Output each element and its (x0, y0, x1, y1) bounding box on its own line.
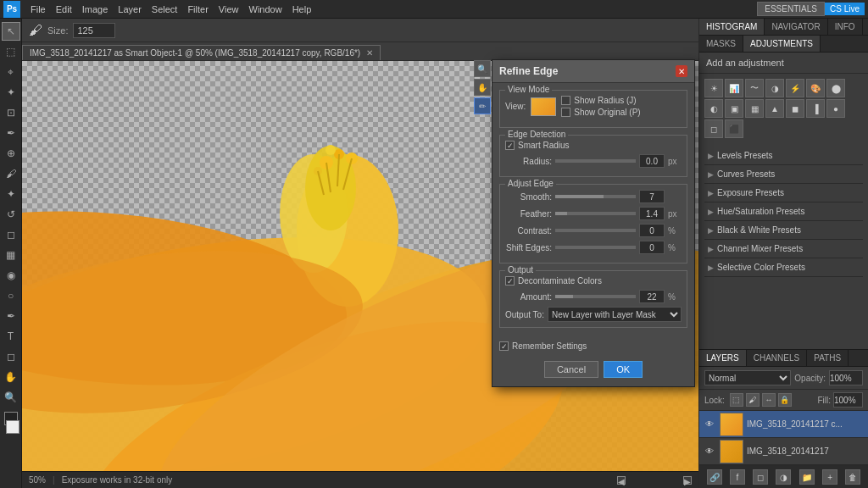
tab-close-button[interactable]: ✕ (366, 48, 373, 58)
hand-tool-dialog[interactable]: ✋ (474, 79, 491, 96)
threshold-icon[interactable]: ◼ (786, 99, 804, 118)
pen-tool[interactable]: ✒ (2, 307, 20, 325)
document-tab[interactable]: IMG_3518_20141217 as Smart Object-1 @ 50… (22, 45, 381, 60)
lock-transparent-btn[interactable]: ⬚ (730, 393, 743, 407)
show-original-row[interactable]: Show Original (P) (561, 108, 640, 117)
preset-channel-mixer[interactable]: ▶Channel Mixer Presets (704, 240, 863, 258)
remember-settings-row[interactable]: Remember Settings (499, 341, 687, 351)
text-tool[interactable]: T (2, 327, 20, 346)
channel-mixer-icon[interactable]: ▦ (745, 99, 764, 118)
menu-view[interactable]: View (214, 3, 244, 16)
eyedropper-tool[interactable]: ✒ (2, 124, 20, 142)
layer-group-btn[interactable]: 📁 (799, 469, 815, 485)
bw-icon[interactable]: ◐ (704, 99, 723, 118)
layer-visibility-0[interactable]: 👁 (703, 419, 716, 429)
menu-filter[interactable]: Filter (182, 3, 213, 16)
preset-curves[interactable]: ▶Curves Presets (704, 165, 863, 184)
smart-radius-checkbox[interactable] (505, 141, 515, 150)
feather-slider[interactable] (555, 212, 636, 215)
shape-tool[interactable]: ◻ (2, 347, 20, 366)
preset-hue-sat[interactable]: ▶Hue/Saturation Presets (704, 202, 863, 221)
layer-adj-btn[interactable]: ◑ (776, 469, 791, 485)
posterize-icon[interactable]: ▲ (765, 99, 784, 118)
fill-input[interactable] (833, 392, 863, 408)
move-tool[interactable]: ↖ (2, 22, 20, 41)
channels-tab[interactable]: CHANNELS (747, 350, 807, 366)
layer-new-btn[interactable]: + (822, 469, 837, 485)
vibrance-icon[interactable]: ⚡ (786, 79, 804, 97)
zoom-tool-dialog[interactable]: 🔍 (474, 60, 491, 77)
decontaminate-row[interactable]: Decontaminate Colors (505, 276, 682, 286)
contrast-slider[interactable] (555, 229, 636, 232)
refine-tool-dialog[interactable]: ✏ (474, 97, 491, 114)
info-tab[interactable]: INFO (828, 19, 863, 35)
decontaminate-checkbox[interactable] (505, 276, 515, 286)
shift-edges-value[interactable] (639, 241, 665, 254)
zoom-tool[interactable]: 🔍 (2, 388, 20, 407)
layer-visibility-1[interactable]: 👁 (703, 446, 716, 456)
ok-button[interactable]: OK (604, 361, 643, 378)
menu-select[interactable]: Select (147, 3, 183, 16)
smooth-slider[interactable] (555, 195, 636, 198)
menu-image[interactable]: Image (77, 3, 114, 16)
layer-style-btn[interactable]: f (730, 469, 745, 485)
hue-sat-icon[interactable]: 🎨 (806, 79, 825, 97)
layers-tab[interactable]: LAYERS (699, 350, 747, 366)
opacity-input[interactable] (829, 370, 863, 385)
menu-layer[interactable]: Layer (113, 3, 147, 16)
eraser-tool[interactable]: ◻ (2, 225, 20, 244)
show-radius-checkbox[interactable] (561, 96, 570, 105)
contrast-value[interactable] (639, 224, 665, 237)
solid-color-icon[interactable]: ⬛ (725, 119, 743, 138)
layer-mask-btn[interactable]: ◻ (753, 469, 768, 485)
cancel-button[interactable]: Cancel (544, 361, 598, 378)
amount-slider[interactable] (555, 295, 636, 298)
show-original-checkbox[interactable] (561, 108, 570, 117)
histogram-tab[interactable]: HISTOGRAM (699, 19, 765, 35)
levels-icon[interactable]: 📊 (725, 79, 743, 97)
essentials-button[interactable]: ESSENTIALS (757, 2, 825, 16)
brush-tool[interactable]: 🖌 (2, 164, 20, 183)
adjustments-tab[interactable]: ADJUSTMENTS (743, 36, 821, 52)
dialog-close-button[interactable]: ✕ (676, 65, 687, 77)
scroll-right[interactable]: ▶ (683, 476, 692, 485)
cs-live-button[interactable]: CS Live (825, 3, 865, 15)
masks-tab[interactable]: MASKS (699, 36, 743, 52)
layer-row-0[interactable]: 👁 IMG_3518_20141217 c... (699, 411, 868, 438)
blend-mode-select[interactable]: Normal (704, 370, 791, 385)
hand-tool[interactable]: ✋ (2, 368, 20, 386)
amount-value[interactable] (639, 290, 665, 303)
brush-tool-icon[interactable]: 🖌 (29, 23, 42, 38)
menu-window[interactable]: Window (244, 3, 287, 16)
selection-tool[interactable]: ⬚ (2, 42, 20, 61)
lock-paint-btn[interactable]: 🖌 (746, 393, 760, 407)
lock-move-btn[interactable]: ↔ (762, 393, 776, 407)
dodge-tool[interactable]: ○ (2, 286, 20, 305)
brightness-icon[interactable]: ☀ (704, 79, 723, 97)
feather-value[interactable] (639, 207, 665, 220)
navigator-tab[interactable]: NAVIGATOR (765, 19, 827, 35)
color-balance-icon[interactable]: ⬤ (826, 79, 845, 97)
lock-all-btn[interactable]: 🔒 (778, 393, 792, 407)
smooth-value[interactable] (639, 190, 665, 203)
radius-value[interactable] (639, 154, 665, 168)
size-input[interactable] (73, 23, 115, 38)
layer-link-btn[interactable]: 🔗 (707, 469, 722, 485)
menu-edit[interactable]: Edit (51, 3, 77, 16)
curves-icon[interactable]: 〜 (745, 79, 764, 97)
output-to-select[interactable]: New Layer with Layer Mask (548, 307, 682, 322)
radius-slider[interactable] (555, 159, 636, 163)
exposure-icon[interactable]: ◑ (765, 79, 784, 97)
scroll-left[interactable]: ◀ (617, 476, 626, 485)
invert-icon[interactable]: ◻ (704, 119, 723, 138)
preset-selective-color[interactable]: ▶Selective Color Presets (704, 258, 863, 277)
view-thumbnail[interactable] (531, 97, 556, 116)
clone-tool[interactable]: ✦ (2, 185, 20, 203)
menu-help[interactable]: Help (287, 3, 317, 16)
selective-color-icon[interactable]: ● (826, 99, 845, 118)
gradient-map-icon[interactable]: ▐ (806, 99, 825, 118)
remember-checkbox[interactable] (499, 341, 509, 351)
paths-tab[interactable]: PATHS (807, 350, 849, 366)
menu-file[interactable]: File (25, 3, 51, 16)
lasso-tool[interactable]: ⌖ (2, 63, 20, 81)
